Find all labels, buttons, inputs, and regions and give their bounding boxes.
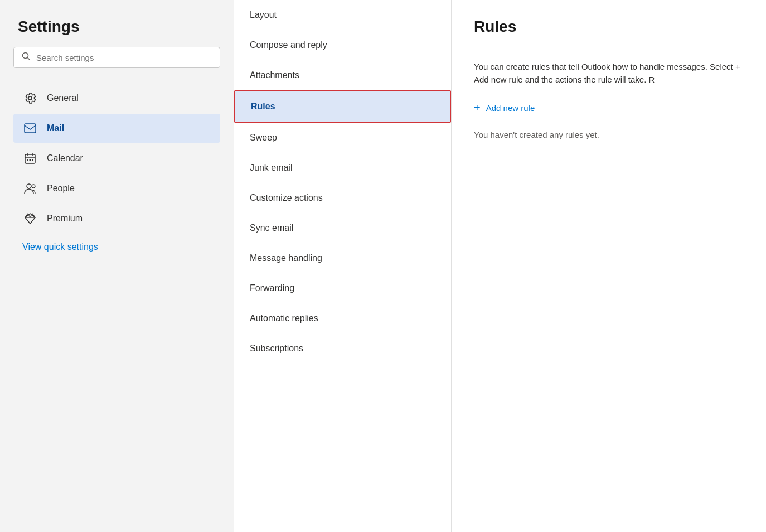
nav-people-label: People: [47, 183, 75, 194]
search-box[interactable]: [13, 47, 220, 68]
menu-item-compose-reply[interactable]: Compose and reply: [234, 30, 451, 60]
svg-rect-2: [25, 124, 36, 133]
nav-premium-label: Premium: [47, 214, 83, 224]
svg-rect-4: [27, 159, 28, 161]
svg-line-1: [28, 58, 30, 60]
view-quick-settings-link[interactable]: View quick settings: [13, 235, 220, 259]
menu-item-sync-email[interactable]: Sync email: [234, 213, 451, 243]
menu-item-junk-email[interactable]: Junk email: [234, 153, 451, 183]
nav-people[interactable]: People: [13, 174, 220, 203]
rules-description: You can create rules that tell Outlook h…: [474, 61, 744, 86]
nav-calendar[interactable]: Calendar: [13, 144, 220, 173]
sidebar-title: Settings: [13, 18, 220, 36]
nav-premium[interactable]: Premium: [13, 204, 220, 233]
menu-item-layout[interactable]: Layout: [234, 0, 451, 30]
svg-point-8: [32, 185, 35, 188]
calendar-icon: [22, 151, 38, 166]
people-icon: [22, 181, 38, 196]
nav-general-label: General: [47, 93, 79, 103]
divider: [474, 47, 744, 47]
menu-item-automatic-replies[interactable]: Automatic replies: [234, 303, 451, 333]
nav-mail-label: Mail: [47, 123, 64, 133]
nav-general[interactable]: General: [13, 84, 220, 113]
nav-calendar-label: Calendar: [47, 153, 83, 163]
nav-mail[interactable]: Mail: [13, 114, 220, 143]
middle-column: Layout Compose and reply Attachments Rul…: [234, 0, 452, 532]
menu-item-customize-actions[interactable]: Customize actions: [234, 183, 451, 213]
menu-item-sweep[interactable]: Sweep: [234, 123, 451, 153]
gear-icon: [22, 90, 38, 106]
menu-item-attachments[interactable]: Attachments: [234, 60, 451, 90]
plus-icon: +: [474, 101, 481, 114]
right-panel: Rules You can create rules that tell Out…: [452, 0, 766, 532]
mail-icon: [22, 120, 38, 136]
search-input[interactable]: [36, 53, 212, 62]
sidebar: Settings General Mail: [0, 0, 234, 532]
menu-item-forwarding[interactable]: Forwarding: [234, 273, 451, 303]
add-new-rule-button[interactable]: + Add new rule: [474, 101, 535, 114]
right-panel-title: Rules: [474, 18, 744, 36]
no-rules-text: You haven't created any rules yet.: [474, 130, 744, 139]
diamond-icon: [22, 211, 38, 226]
svg-rect-6: [32, 159, 33, 161]
menu-item-rules[interactable]: Rules: [234, 90, 451, 123]
search-icon: [22, 52, 31, 63]
menu-item-subscriptions[interactable]: Subscriptions: [234, 333, 451, 364]
svg-rect-5: [30, 159, 31, 161]
svg-point-7: [27, 184, 31, 188]
menu-item-message-handling[interactable]: Message handling: [234, 243, 451, 273]
add-new-rule-label: Add new rule: [486, 103, 535, 113]
